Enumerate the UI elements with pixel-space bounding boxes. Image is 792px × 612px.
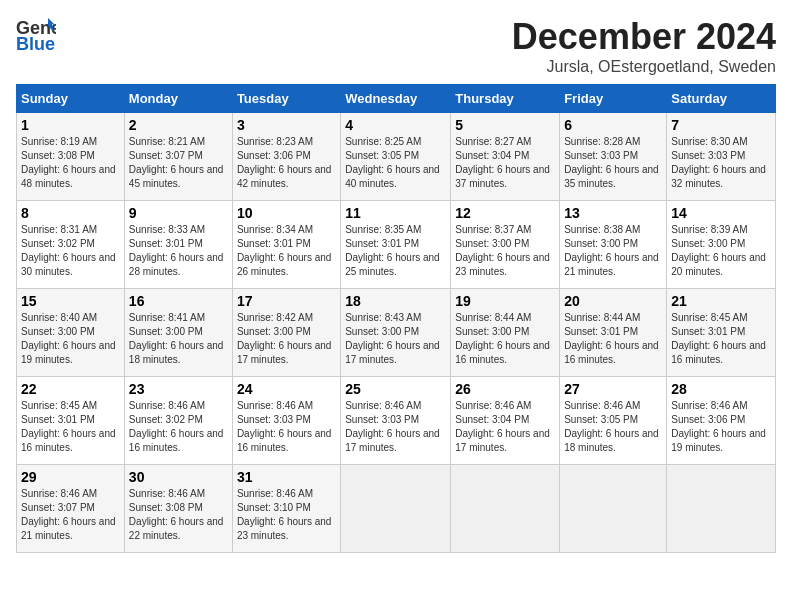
day-number: 13 [564,205,662,221]
day-info: Sunrise: 8:34 AM Sunset: 3:01 PM Dayligh… [237,223,336,279]
day-number: 26 [455,381,555,397]
weekday-header-cell: Tuesday [232,85,340,113]
location-title: Jursla, OEstergoetland, Sweden [512,58,776,76]
day-info: Sunrise: 8:33 AM Sunset: 3:01 PM Dayligh… [129,223,228,279]
calendar-day-cell: 24 Sunrise: 8:46 AM Sunset: 3:03 PM Dayl… [232,377,340,465]
day-info: Sunrise: 8:44 AM Sunset: 3:01 PM Dayligh… [564,311,662,367]
calendar-day-cell: 18 Sunrise: 8:43 AM Sunset: 3:00 PM Dayl… [341,289,451,377]
day-number: 20 [564,293,662,309]
day-number: 5 [455,117,555,133]
day-info: Sunrise: 8:37 AM Sunset: 3:00 PM Dayligh… [455,223,555,279]
title-section: December 2024 Jursla, OEstergoetland, Sw… [512,16,776,76]
calendar-day-cell [341,465,451,553]
day-number: 22 [21,381,120,397]
calendar-day-cell: 29 Sunrise: 8:46 AM Sunset: 3:07 PM Dayl… [17,465,125,553]
day-info: Sunrise: 8:46 AM Sunset: 3:03 PM Dayligh… [345,399,446,455]
weekday-header-cell: Wednesday [341,85,451,113]
calendar-day-cell: 22 Sunrise: 8:45 AM Sunset: 3:01 PM Dayl… [17,377,125,465]
calendar-day-cell: 10 Sunrise: 8:34 AM Sunset: 3:01 PM Dayl… [232,201,340,289]
calendar-day-cell: 9 Sunrise: 8:33 AM Sunset: 3:01 PM Dayli… [124,201,232,289]
day-info: Sunrise: 8:40 AM Sunset: 3:00 PM Dayligh… [21,311,120,367]
calendar-day-cell: 2 Sunrise: 8:21 AM Sunset: 3:07 PM Dayli… [124,113,232,201]
day-number: 18 [345,293,446,309]
day-number: 21 [671,293,771,309]
calendar-day-cell: 26 Sunrise: 8:46 AM Sunset: 3:04 PM Dayl… [451,377,560,465]
calendar-day-cell: 25 Sunrise: 8:46 AM Sunset: 3:03 PM Dayl… [341,377,451,465]
day-info: Sunrise: 8:43 AM Sunset: 3:00 PM Dayligh… [345,311,446,367]
calendar-day-cell: 28 Sunrise: 8:46 AM Sunset: 3:06 PM Dayl… [667,377,776,465]
logo: General Blue [16,16,56,57]
day-number: 8 [21,205,120,221]
day-number: 23 [129,381,228,397]
calendar-day-cell [667,465,776,553]
day-info: Sunrise: 8:39 AM Sunset: 3:00 PM Dayligh… [671,223,771,279]
day-info: Sunrise: 8:44 AM Sunset: 3:00 PM Dayligh… [455,311,555,367]
day-number: 14 [671,205,771,221]
calendar-day-cell: 4 Sunrise: 8:25 AM Sunset: 3:05 PM Dayli… [341,113,451,201]
day-info: Sunrise: 8:46 AM Sunset: 3:08 PM Dayligh… [129,487,228,543]
calendar-week-row: 8 Sunrise: 8:31 AM Sunset: 3:02 PM Dayli… [17,201,776,289]
day-number: 10 [237,205,336,221]
weekday-header-cell: Saturday [667,85,776,113]
weekday-header-row: SundayMondayTuesdayWednesdayThursdayFrid… [17,85,776,113]
weekday-header-cell: Monday [124,85,232,113]
day-info: Sunrise: 8:46 AM Sunset: 3:10 PM Dayligh… [237,487,336,543]
day-info: Sunrise: 8:35 AM Sunset: 3:01 PM Dayligh… [345,223,446,279]
day-number: 19 [455,293,555,309]
day-info: Sunrise: 8:31 AM Sunset: 3:02 PM Dayligh… [21,223,120,279]
day-number: 30 [129,469,228,485]
day-info: Sunrise: 8:42 AM Sunset: 3:00 PM Dayligh… [237,311,336,367]
day-number: 25 [345,381,446,397]
day-info: Sunrise: 8:27 AM Sunset: 3:04 PM Dayligh… [455,135,555,191]
day-info: Sunrise: 8:46 AM Sunset: 3:03 PM Dayligh… [237,399,336,455]
calendar-day-cell: 19 Sunrise: 8:44 AM Sunset: 3:00 PM Dayl… [451,289,560,377]
weekday-header-cell: Friday [560,85,667,113]
calendar-day-cell: 21 Sunrise: 8:45 AM Sunset: 3:01 PM Dayl… [667,289,776,377]
day-number: 11 [345,205,446,221]
day-number: 27 [564,381,662,397]
day-info: Sunrise: 8:46 AM Sunset: 3:04 PM Dayligh… [455,399,555,455]
calendar-day-cell: 23 Sunrise: 8:46 AM Sunset: 3:02 PM Dayl… [124,377,232,465]
calendar-week-row: 22 Sunrise: 8:45 AM Sunset: 3:01 PM Dayl… [17,377,776,465]
day-number: 12 [455,205,555,221]
day-info: Sunrise: 8:21 AM Sunset: 3:07 PM Dayligh… [129,135,228,191]
day-number: 1 [21,117,120,133]
header: General Blue December 2024 Jursla, OEste… [16,16,776,76]
day-number: 3 [237,117,336,133]
day-number: 28 [671,381,771,397]
day-info: Sunrise: 8:23 AM Sunset: 3:06 PM Dayligh… [237,135,336,191]
calendar-day-cell [560,465,667,553]
calendar-table: SundayMondayTuesdayWednesdayThursdayFrid… [16,84,776,553]
day-number: 9 [129,205,228,221]
calendar-day-cell: 6 Sunrise: 8:28 AM Sunset: 3:03 PM Dayli… [560,113,667,201]
logo-icon: General Blue [16,16,56,52]
day-info: Sunrise: 8:38 AM Sunset: 3:00 PM Dayligh… [564,223,662,279]
day-number: 15 [21,293,120,309]
day-number: 2 [129,117,228,133]
day-number: 7 [671,117,771,133]
month-title: December 2024 [512,16,776,58]
day-number: 29 [21,469,120,485]
calendar-week-row: 29 Sunrise: 8:46 AM Sunset: 3:07 PM Dayl… [17,465,776,553]
calendar-day-cell: 11 Sunrise: 8:35 AM Sunset: 3:01 PM Dayl… [341,201,451,289]
calendar-day-cell: 15 Sunrise: 8:40 AM Sunset: 3:00 PM Dayl… [17,289,125,377]
day-info: Sunrise: 8:19 AM Sunset: 3:08 PM Dayligh… [21,135,120,191]
day-number: 17 [237,293,336,309]
calendar-day-cell: 20 Sunrise: 8:44 AM Sunset: 3:01 PM Dayl… [560,289,667,377]
calendar-body: 1 Sunrise: 8:19 AM Sunset: 3:08 PM Dayli… [17,113,776,553]
day-info: Sunrise: 8:46 AM Sunset: 3:02 PM Dayligh… [129,399,228,455]
calendar-day-cell: 17 Sunrise: 8:42 AM Sunset: 3:00 PM Dayl… [232,289,340,377]
day-number: 24 [237,381,336,397]
day-info: Sunrise: 8:46 AM Sunset: 3:07 PM Dayligh… [21,487,120,543]
calendar-day-cell: 8 Sunrise: 8:31 AM Sunset: 3:02 PM Dayli… [17,201,125,289]
day-number: 16 [129,293,228,309]
calendar-day-cell [451,465,560,553]
calendar-day-cell: 12 Sunrise: 8:37 AM Sunset: 3:00 PM Dayl… [451,201,560,289]
calendar-day-cell: 14 Sunrise: 8:39 AM Sunset: 3:00 PM Dayl… [667,201,776,289]
calendar-day-cell: 3 Sunrise: 8:23 AM Sunset: 3:06 PM Dayli… [232,113,340,201]
weekday-header-cell: Thursday [451,85,560,113]
day-number: 6 [564,117,662,133]
calendar-day-cell: 30 Sunrise: 8:46 AM Sunset: 3:08 PM Dayl… [124,465,232,553]
calendar-day-cell: 13 Sunrise: 8:38 AM Sunset: 3:00 PM Dayl… [560,201,667,289]
day-number: 31 [237,469,336,485]
